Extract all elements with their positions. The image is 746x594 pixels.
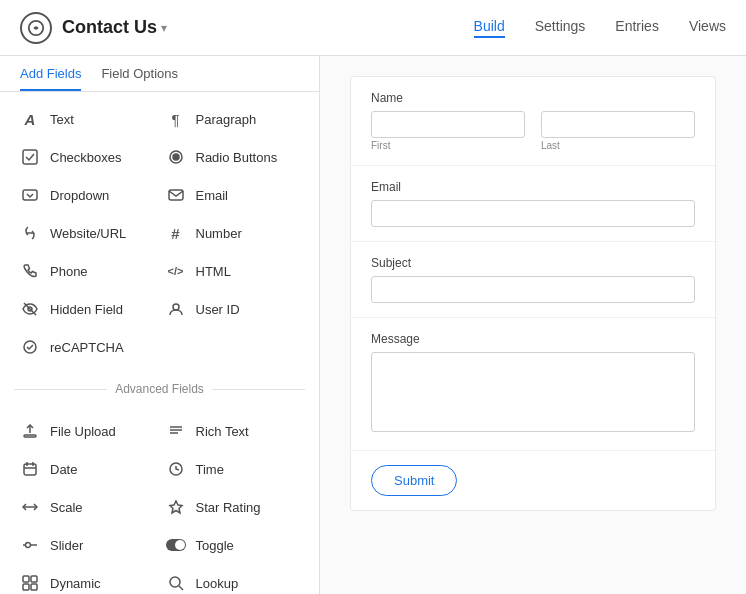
field-email[interactable]: Email bbox=[160, 176, 306, 214]
name-last-sublabel: Last bbox=[541, 140, 695, 151]
nav-views[interactable]: Views bbox=[689, 18, 726, 38]
field-checkboxes[interactable]: Checkboxes bbox=[14, 138, 160, 176]
field-text[interactable]: A Text bbox=[14, 100, 160, 138]
dynamic-icon bbox=[20, 573, 40, 593]
email-input[interactable] bbox=[371, 200, 695, 227]
message-input[interactable] bbox=[371, 352, 695, 432]
field-recaptcha-label: reCAPTCHA bbox=[50, 340, 124, 355]
svg-rect-29 bbox=[31, 584, 37, 590]
svg-marker-21 bbox=[170, 501, 182, 513]
toggle-icon bbox=[166, 535, 186, 555]
form-field-message: Message bbox=[351, 318, 715, 451]
submit-button[interactable]: Submit bbox=[371, 465, 457, 496]
svg-rect-11 bbox=[24, 435, 36, 437]
field-radio-buttons[interactable]: Radio Buttons bbox=[160, 138, 306, 176]
advanced-fields-grid: File Upload Rich Text Date bbox=[0, 404, 319, 594]
field-toggle-label: Toggle bbox=[196, 538, 234, 553]
svg-rect-27 bbox=[31, 576, 37, 582]
subject-input[interactable] bbox=[371, 276, 695, 303]
phone-icon bbox=[20, 261, 40, 281]
svg-point-3 bbox=[173, 154, 179, 160]
field-recaptcha[interactable]: reCAPTCHA bbox=[14, 328, 160, 366]
nav-build[interactable]: Build bbox=[474, 18, 505, 38]
form-field-email-label: Email bbox=[371, 180, 695, 194]
svg-point-25 bbox=[175, 540, 185, 550]
field-file-upload-label: File Upload bbox=[50, 424, 116, 439]
field-website-url[interactable]: Website/URL bbox=[14, 214, 160, 252]
field-time[interactable]: Time bbox=[160, 450, 306, 488]
field-dynamic-label: Dynamic bbox=[50, 576, 101, 591]
dropdown-icon bbox=[20, 185, 40, 205]
field-lookup[interactable]: Lookup bbox=[160, 564, 306, 594]
form-field-message-label: Message bbox=[371, 332, 695, 346]
email-icon bbox=[166, 185, 186, 205]
name-last-input[interactable] bbox=[541, 111, 695, 138]
name-first-input[interactable] bbox=[371, 111, 525, 138]
name-row: First Last bbox=[371, 111, 695, 151]
paragraph-icon: ¶ bbox=[166, 109, 186, 129]
field-phone[interactable]: Phone bbox=[14, 252, 160, 290]
field-slider-label: Slider bbox=[50, 538, 83, 553]
field-website-url-label: Website/URL bbox=[50, 226, 126, 241]
field-file-upload[interactable]: File Upload bbox=[14, 412, 160, 450]
field-email-label: Email bbox=[196, 188, 229, 203]
form-field-name: Name First Last bbox=[351, 77, 715, 166]
star-rating-icon bbox=[166, 497, 186, 517]
field-user-id[interactable]: User ID bbox=[160, 290, 306, 328]
scale-icon bbox=[20, 497, 40, 517]
nav-entries[interactable]: Entries bbox=[615, 18, 659, 38]
field-date-label: Date bbox=[50, 462, 77, 477]
field-html[interactable]: </> HTML bbox=[160, 252, 306, 290]
field-paragraph[interactable]: ¶ Paragraph bbox=[160, 100, 306, 138]
field-date[interactable]: Date bbox=[14, 450, 160, 488]
field-toggle[interactable]: Toggle bbox=[160, 526, 306, 564]
svg-rect-1 bbox=[23, 150, 37, 164]
html-icon: </> bbox=[166, 261, 186, 281]
radio-buttons-icon bbox=[166, 147, 186, 167]
svg-point-9 bbox=[173, 304, 179, 310]
divider-line-right bbox=[212, 389, 305, 390]
field-star-rating-label: Star Rating bbox=[196, 500, 261, 515]
field-rich-text-label: Rich Text bbox=[196, 424, 249, 439]
date-icon bbox=[20, 459, 40, 479]
field-dynamic[interactable]: Dynamic bbox=[14, 564, 160, 594]
name-first-sublabel: First bbox=[371, 140, 525, 151]
recaptcha-icon bbox=[20, 337, 40, 357]
user-id-icon bbox=[166, 299, 186, 319]
field-text-label: Text bbox=[50, 112, 74, 127]
field-rich-text[interactable]: Rich Text bbox=[160, 412, 306, 450]
svg-rect-26 bbox=[23, 576, 29, 582]
app-logo bbox=[20, 12, 52, 44]
field-hidden[interactable]: Hidden Field bbox=[14, 290, 160, 328]
hidden-field-icon bbox=[20, 299, 40, 319]
svg-line-31 bbox=[179, 586, 183, 590]
tab-add-fields[interactable]: Add Fields bbox=[20, 66, 81, 91]
field-number[interactable]: # Number bbox=[160, 214, 306, 252]
sidebar-tabs: Add Fields Field Options bbox=[0, 56, 319, 92]
advanced-fields-label: Advanced Fields bbox=[115, 382, 204, 396]
field-scale[interactable]: Scale bbox=[14, 488, 160, 526]
field-star-rating[interactable]: Star Rating bbox=[160, 488, 306, 526]
form-section: Name First Last Email bbox=[350, 76, 716, 511]
website-url-icon bbox=[20, 223, 40, 243]
field-slider[interactable]: Slider bbox=[14, 526, 160, 564]
divider-line-left bbox=[14, 389, 107, 390]
field-dropdown[interactable]: Dropdown bbox=[14, 176, 160, 214]
form-main: Name First Last Email bbox=[320, 56, 746, 594]
svg-point-23 bbox=[26, 543, 31, 548]
svg-point-30 bbox=[170, 577, 180, 587]
header: Contact Us ▾ Build Settings Entries View… bbox=[0, 0, 746, 56]
form-field-subject: Subject bbox=[351, 242, 715, 318]
time-icon bbox=[166, 459, 186, 479]
name-last-col: Last bbox=[541, 111, 695, 151]
nav-settings[interactable]: Settings bbox=[535, 18, 586, 38]
lookup-icon bbox=[166, 573, 186, 593]
field-user-id-label: User ID bbox=[196, 302, 240, 317]
svg-rect-15 bbox=[24, 464, 36, 475]
field-time-label: Time bbox=[196, 462, 224, 477]
field-radio-buttons-label: Radio Buttons bbox=[196, 150, 278, 165]
advanced-fields-divider: Advanced Fields bbox=[0, 374, 319, 404]
app-title-dropdown-icon[interactable]: ▾ bbox=[161, 21, 167, 35]
tab-field-options[interactable]: Field Options bbox=[101, 66, 178, 91]
field-hidden-label: Hidden Field bbox=[50, 302, 123, 317]
